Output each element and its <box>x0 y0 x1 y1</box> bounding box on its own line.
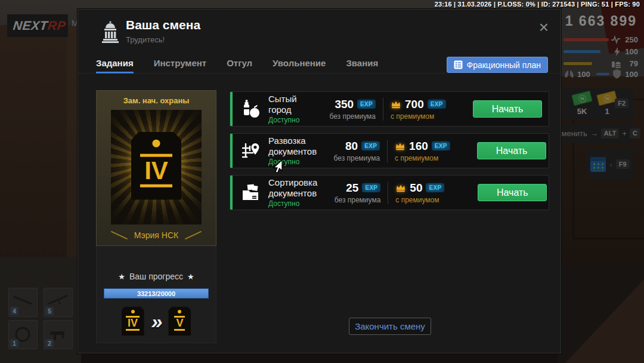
job-row: Сытый город Доступно 350 EXP без премиум… <box>230 91 549 127</box>
progress-value: 33213/20000 <box>137 290 175 297</box>
progress-bar: 33213/20000 <box>104 288 209 299</box>
faction-plan-label: Фракционный план <box>467 60 541 70</box>
tab-tasks[interactable]: Задания <box>96 53 134 73</box>
next-rank-icon: V <box>168 307 191 336</box>
rank-column: Зам. нач. охраны IV Мэрия НСК ★Ваш прогр… <box>96 90 216 343</box>
divider-slash-right <box>185 231 202 239</box>
city-hall-icon <box>98 20 122 44</box>
exp-badge: EXP <box>432 141 450 150</box>
job-title: Сытый город <box>268 94 312 115</box>
current-rank-icon: IV <box>122 307 144 336</box>
exp-badge: EXP <box>426 183 444 192</box>
exp-badge: EXP <box>361 141 380 150</box>
map-route-icon <box>240 141 261 161</box>
progress-title: ★Ваш прогресс★ <box>97 272 216 281</box>
job-status: Доступно <box>268 199 317 208</box>
job-title: Развозка документов <box>268 136 317 156</box>
exp-premium-label: с премиумом <box>391 112 434 121</box>
exp-premium-value: 50 <box>410 182 422 195</box>
tab-tool[interactable]: Инструмент <box>154 53 206 73</box>
divider-slash-left <box>111 231 128 239</box>
start-job-button[interactable]: Начать <box>477 142 546 159</box>
premium-crown-icon <box>391 100 401 109</box>
rank-tag-icon: IV <box>131 132 181 200</box>
exp-base-value: 350 <box>335 98 354 111</box>
close-icon[interactable]: × <box>539 19 549 36</box>
star-icon: ★ <box>187 272 194 281</box>
modal-subtitle: Трудитесь! <box>126 35 165 44</box>
start-job-button[interactable]: Начать <box>473 100 542 118</box>
exp-badge: EXP <box>362 183 380 192</box>
chevrons-right-icon: » <box>151 310 162 333</box>
exp-premium-value: 160 <box>409 140 428 153</box>
plan-list-icon <box>454 60 463 69</box>
star-icon: ★ <box>118 272 125 281</box>
exp-badge: EXP <box>428 100 446 109</box>
documents-folder-icon <box>240 183 261 203</box>
rank-card: Зам. нач. охраны IV Мэрия НСК <box>96 90 216 246</box>
rank-up-preview: IV » V <box>97 307 216 336</box>
job-title: Сортировка документов <box>268 177 317 198</box>
divider <box>387 140 388 162</box>
job-list: Сытый город Доступно 350 EXP без премиум… <box>230 91 549 217</box>
exp-base-label: без премиума <box>335 196 381 204</box>
rank-badge-artwork: IV <box>111 110 202 224</box>
shift-modal: Ваша смена Трудитесь! × Задания Инструме… <box>78 9 561 353</box>
exp-base-label: без премиума <box>329 112 376 121</box>
faction-name: Мэрия НСК <box>134 230 178 240</box>
end-shift-button[interactable]: Закончить смену <box>349 318 431 335</box>
tab-ranks[interactable]: Звания <box>346 53 378 73</box>
modal-title: Ваша смена <box>126 18 200 32</box>
start-job-button[interactable]: Начать <box>478 184 547 201</box>
exp-premium-label: с премиумом <box>395 154 438 162</box>
divider <box>383 98 383 121</box>
job-row: Сортировка документов Доступно 25 EXP бе… <box>230 175 549 210</box>
exp-base-value: 80 <box>345 140 358 153</box>
rank-title: Зам. нач. охраны <box>97 96 216 105</box>
exp-premium-label: с премиумом <box>395 196 439 204</box>
exp-base-value: 25 <box>346 182 358 195</box>
rank-numeral: IV <box>140 154 172 187</box>
server-status-bar: 23:16 | 31.03.2026 | P.LOSS: 0% | ID: 27… <box>435 1 640 8</box>
tab-dayoff[interactable]: Отгул <box>227 53 252 73</box>
mouse-cursor <box>271 159 283 175</box>
exp-premium-value: 700 <box>405 98 424 111</box>
exp-base-label: без премиума <box>334 154 380 162</box>
premium-crown-icon <box>395 183 406 193</box>
exp-badge: EXP <box>357 100 376 109</box>
faction-plan-button[interactable]: Фракционный план <box>447 57 548 73</box>
tab-quit[interactable]: Увольнение <box>273 53 326 73</box>
faction-name-row: Мэрия НСК <box>97 230 216 240</box>
premium-crown-icon <box>395 141 405 151</box>
job-status: Доступно <box>268 116 312 124</box>
food-city-icon <box>240 99 261 119</box>
divider <box>388 182 388 204</box>
